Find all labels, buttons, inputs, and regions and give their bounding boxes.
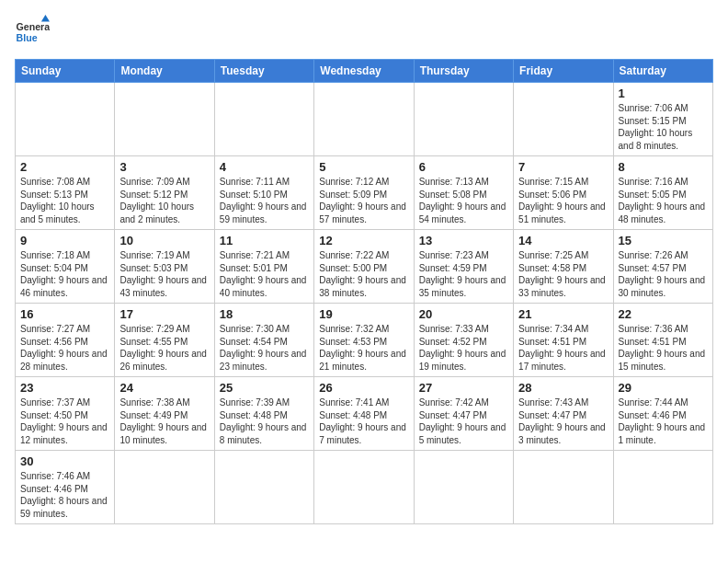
day-number: 18 [220,307,309,321]
header: General Blue [15,15,713,50]
day-number: 17 [119,307,209,321]
calendar-cell [115,451,214,524]
day-info: Sunrise: 7:29 AMSunset: 4:55 PMDaylight:… [119,323,209,373]
calendar-cell: 16Sunrise: 7:27 AMSunset: 4:56 PMDayligh… [16,304,115,377]
day-info: Sunrise: 7:38 AMSunset: 4:49 PMDaylight:… [119,396,209,446]
day-info: Sunrise: 7:18 AMSunset: 5:04 PMDaylight:… [20,249,109,299]
calendar-cell [613,451,712,524]
day-number: 25 [220,381,309,395]
day-number: 5 [319,160,408,174]
calendar-cell [214,83,313,156]
day-number: 8 [619,160,708,174]
calendar-cell: 11Sunrise: 7:21 AMSunset: 5:01 PMDayligh… [214,230,313,304]
weekday-header-cell: Saturday [613,60,712,83]
day-info: Sunrise: 7:11 AMSunset: 5:10 PMDaylight:… [220,176,309,225]
calendar-cell: 26Sunrise: 7:41 AMSunset: 4:48 PMDayligh… [314,377,414,451]
day-info: Sunrise: 7:06 AMSunset: 5:15 PMDaylight:… [619,102,708,152]
weekday-header-cell: Tuesday [214,60,313,83]
calendar-cell: 27Sunrise: 7:42 AMSunset: 4:47 PMDayligh… [414,377,513,451]
day-info: Sunrise: 7:46 AMSunset: 4:46 PMDaylight:… [20,470,109,520]
day-info: Sunrise: 7:15 AMSunset: 5:06 PMDaylight:… [518,176,608,225]
calendar-cell: 22Sunrise: 7:36 AMSunset: 4:51 PMDayligh… [613,304,712,377]
day-number: 14 [518,234,608,247]
day-info: Sunrise: 7:36 AMSunset: 4:51 PMDaylight:… [619,323,708,373]
day-number: 6 [419,160,508,174]
day-number: 30 [20,454,109,468]
calendar-body: 1Sunrise: 7:06 AMSunset: 5:15 PMDaylight… [16,83,713,524]
calendar-cell [314,451,414,524]
calendar-cell: 10Sunrise: 7:19 AMSunset: 5:03 PMDayligh… [115,230,214,304]
day-number: 16 [20,307,109,321]
day-info: Sunrise: 7:37 AMSunset: 4:50 PMDaylight:… [20,396,109,446]
day-info: Sunrise: 7:34 AMSunset: 4:51 PMDaylight:… [518,323,608,373]
calendar-cell: 9Sunrise: 7:18 AMSunset: 5:04 PMDaylight… [16,230,115,304]
day-number: 23 [20,381,109,395]
day-number: 24 [119,381,209,395]
calendar-cell: 5Sunrise: 7:12 AMSunset: 5:09 PMDaylight… [314,156,414,230]
calendar-cell: 14Sunrise: 7:25 AMSunset: 4:58 PMDayligh… [514,230,613,304]
week-row: 2Sunrise: 7:08 AMSunset: 5:13 PMDaylight… [16,156,713,230]
calendar-cell: 2Sunrise: 7:08 AMSunset: 5:13 PMDaylight… [16,156,115,230]
calendar-cell: 8Sunrise: 7:16 AMSunset: 5:05 PMDaylight… [613,156,712,230]
calendar-cell [115,83,214,156]
day-number: 20 [419,307,508,321]
day-info: Sunrise: 7:30 AMSunset: 4:54 PMDaylight:… [220,323,309,373]
calendar-table: SundayMondayTuesdayWednesdayThursdayFrid… [15,59,713,524]
week-row: 23Sunrise: 7:37 AMSunset: 4:50 PMDayligh… [16,377,713,451]
day-info: Sunrise: 7:42 AMSunset: 4:47 PMDaylight:… [419,396,508,446]
day-info: Sunrise: 7:22 AMSunset: 5:00 PMDaylight:… [319,249,408,299]
week-row: 30Sunrise: 7:46 AMSunset: 4:46 PMDayligh… [16,451,713,524]
day-number: 12 [319,234,408,247]
day-info: Sunrise: 7:19 AMSunset: 5:03 PMDaylight:… [119,249,209,299]
calendar-cell: 24Sunrise: 7:38 AMSunset: 4:49 PMDayligh… [115,377,214,451]
generalblue-logo-icon: General Blue [15,15,50,50]
day-number: 29 [619,381,708,395]
weekday-header-row: SundayMondayTuesdayWednesdayThursdayFrid… [16,60,713,83]
day-number: 22 [619,307,708,321]
day-info: Sunrise: 7:39 AMSunset: 4:48 PMDaylight:… [220,396,309,446]
weekday-header-cell: Friday [514,60,613,83]
calendar-cell: 4Sunrise: 7:11 AMSunset: 5:10 PMDaylight… [214,156,313,230]
calendar-cell: 29Sunrise: 7:44 AMSunset: 4:46 PMDayligh… [613,377,712,451]
calendar-cell: 19Sunrise: 7:32 AMSunset: 4:53 PMDayligh… [314,304,414,377]
calendar-cell [16,83,115,156]
day-number: 27 [419,381,508,395]
calendar-cell: 1Sunrise: 7:06 AMSunset: 5:15 PMDaylight… [613,83,712,156]
day-number: 13 [419,234,508,247]
day-number: 9 [20,234,109,247]
logo-area: General Blue [15,15,53,50]
calendar-cell: 25Sunrise: 7:39 AMSunset: 4:48 PMDayligh… [214,377,313,451]
calendar-cell: 3Sunrise: 7:09 AMSunset: 5:12 PMDaylight… [115,156,214,230]
calendar-cell [514,83,613,156]
day-number: 11 [220,234,309,247]
weekday-header-cell: Sunday [16,60,115,83]
day-number: 10 [119,234,209,247]
day-info: Sunrise: 7:13 AMSunset: 5:08 PMDaylight:… [419,176,508,225]
calendar-cell: 13Sunrise: 7:23 AMSunset: 4:59 PMDayligh… [414,230,513,304]
day-info: Sunrise: 7:27 AMSunset: 4:56 PMDaylight:… [20,323,109,373]
calendar-cell: 12Sunrise: 7:22 AMSunset: 5:00 PMDayligh… [314,230,414,304]
day-info: Sunrise: 7:44 AMSunset: 4:46 PMDaylight:… [619,396,708,446]
calendar-cell: 21Sunrise: 7:34 AMSunset: 4:51 PMDayligh… [514,304,613,377]
day-info: Sunrise: 7:33 AMSunset: 4:52 PMDaylight:… [419,323,508,373]
calendar-cell [414,83,513,156]
calendar-cell: 28Sunrise: 7:43 AMSunset: 4:47 PMDayligh… [514,377,613,451]
weekday-header-cell: Wednesday [314,60,414,83]
day-info: Sunrise: 7:32 AMSunset: 4:53 PMDaylight:… [319,323,408,373]
day-info: Sunrise: 7:09 AMSunset: 5:12 PMDaylight:… [119,176,209,225]
day-number: 2 [20,160,109,174]
calendar-cell: 15Sunrise: 7:26 AMSunset: 4:57 PMDayligh… [613,230,712,304]
calendar-cell [414,451,513,524]
svg-text:Blue: Blue [17,32,38,43]
day-info: Sunrise: 7:12 AMSunset: 5:09 PMDaylight:… [319,176,408,225]
calendar-cell [314,83,414,156]
day-number: 7 [518,160,608,174]
day-number: 28 [518,381,608,395]
calendar-cell [514,451,613,524]
calendar-cell: 17Sunrise: 7:29 AMSunset: 4:55 PMDayligh… [115,304,214,377]
week-row: 9Sunrise: 7:18 AMSunset: 5:04 PMDaylight… [16,230,713,304]
day-number: 15 [619,234,708,247]
day-number: 1 [619,86,708,100]
weekday-header-cell: Thursday [414,60,513,83]
day-info: Sunrise: 7:43 AMSunset: 4:47 PMDaylight:… [518,396,608,446]
